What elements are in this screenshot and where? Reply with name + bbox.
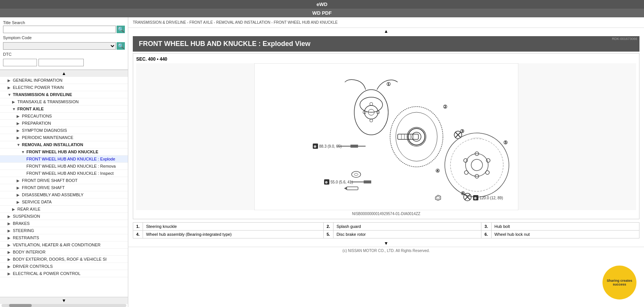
diagram-label: SEC. 400 • 440 [136, 57, 636, 62]
dtc-label: DTC [3, 52, 125, 57]
nav-item-label: RESTRAINTS [13, 235, 39, 240]
nav-item-label: BRAKES [13, 221, 30, 226]
sidebar-item[interactable]: ▶BRAKES [0, 220, 128, 227]
sidebar-item[interactable]: ▶ELECTRICAL & POWER CONTROL [0, 270, 128, 277]
nav-arrow: ▼ [21, 150, 25, 154]
sidebar-item[interactable]: ▶PRECAUTIONS [0, 113, 128, 120]
sidebar-item[interactable]: ▶BODY INTERIOR [0, 249, 128, 256]
sidebar-item[interactable]: ▶VENTILATION, HEATER & AIR CONDITIONER [0, 241, 128, 249]
nav-item-label: PRECAUTIONS [22, 114, 52, 118]
dtc-input2[interactable] [38, 59, 84, 66]
sidebar-item[interactable]: ▶SERVICE DATA [0, 199, 128, 206]
nav-item-label: DRIVER CONTROLS [13, 264, 53, 269]
sidebar-item[interactable]: ▶PERIODIC MAINTENANCE [0, 134, 128, 141]
sidebar-item[interactable]: ▶GENERAL INFORMATION [0, 77, 128, 84]
nav-arrow: ▶ [17, 136, 20, 140]
sidebar-item[interactable]: ▶RESTRAINTS [0, 234, 128, 241]
sidebar-scrollbar-thumb [9, 304, 32, 307]
svg-text:⊕: ⊕ [474, 196, 477, 200]
sidebar-item[interactable]: ▼REMOVAL AND INSTALLATION [0, 141, 128, 148]
nav-arrow: ▶ [17, 128, 20, 133]
sidebar-item[interactable]: ▶DRIVER CONTROLS [0, 263, 128, 270]
dtc-input1[interactable] [3, 59, 37, 66]
wd-pdf-bar[interactable]: WD PDF [0, 9, 644, 17]
part-number: 4. [133, 231, 143, 238]
svg-text:①: ① [386, 81, 391, 87]
nav-arrow: ▶ [8, 86, 11, 90]
nav-item-label: FRONT WHEEL HUB AND KNUCKLE : Remova [26, 164, 116, 168]
watermark: Sharing creates success [603, 266, 636, 299]
nav-arrow: ▶ [17, 179, 20, 183]
sidebar-item[interactable]: FRONT WHEEL HUB AND KNUCKLE : Explode [0, 156, 128, 163]
symptom-code-select[interactable] [3, 42, 116, 50]
sidebar-item[interactable]: ▶DISASSEMBLY AND ASSEMBLY [0, 191, 128, 199]
sidebar-item[interactable]: ▶SUSPENSION [0, 213, 128, 220]
table-row: 1.Steering knuckle2.Splash guard3.Hub bo… [133, 223, 639, 231]
sidebar-search-panel: Title Search 🔍 Symptom Code 🔍 DTC [0, 17, 128, 70]
nav-item-label: SYMPTOM DIAGNOSIS [22, 128, 67, 133]
nav-item-label: STEERING [13, 228, 34, 233]
nav-arrow: ▶ [8, 229, 11, 233]
nav-item-label: SERVICE DATA [22, 200, 52, 204]
nav-item-label: TRANSMISSION & DRIVELINE [13, 92, 72, 97]
nav-item-label: SUSPENSION [13, 214, 40, 218]
sidebar-scroll-down[interactable]: ▼ [0, 297, 128, 304]
nav-arrow: ▶ [8, 257, 11, 261]
content-scroll-up[interactable]: ▲ [128, 28, 644, 35]
sidebar-item[interactable]: ▶SYMPTOM DIAGNOSIS [0, 127, 128, 134]
svg-text:⊕: ⊕ [314, 145, 317, 148]
nav-item-label: PERIODIC MAINTENANCE [22, 135, 73, 140]
svg-text:②: ② [443, 104, 447, 110]
nav-item-label: FRONT AXLE [17, 107, 44, 111]
ref-id: RDK-001673066 [610, 36, 639, 41]
sidebar-item[interactable]: ▶FRONT DRIVE SHAFT BOOT [0, 177, 128, 184]
nav-item-label: FRONT DRIVE SHAFT BOOT [22, 178, 78, 183]
nav-item-label: ELECTRIC POWER TRAIN [13, 85, 64, 90]
content-scroll-down[interactable]: ▼ [128, 240, 644, 247]
nav-arrow: ▶ [8, 236, 11, 240]
sidebar-item[interactable]: ▼TRANSMISSION & DRIVELINE [0, 91, 128, 98]
svg-rect-28 [364, 180, 371, 183]
sidebar-item[interactable]: ▼FRONT WHEEL HUB AND KNUCKLE [0, 148, 128, 156]
nav-arrow: ▼ [8, 93, 11, 97]
nav-item-label: DISASSEMBLY AND ASSEMBLY [22, 192, 83, 197]
sidebar-item[interactable]: ▶ELECTRIC POWER TRAIN [0, 84, 128, 91]
part-number: 6. [481, 231, 491, 238]
part-number: 1. [133, 223, 143, 231]
sidebar-item[interactable]: ▶BODY EXTERIOR, DOORS, ROOF & VEHICLE SI [0, 256, 128, 263]
nav-arrow: ▶ [8, 243, 11, 247]
sidebar-item[interactable]: ▶FRONT DRIVE SHAFT [0, 184, 128, 191]
sidebar-item[interactable]: ▶STEERING [0, 227, 128, 234]
title-search-button[interactable]: 🔍 [117, 26, 125, 33]
section-title: FRONT WHEEL HUB AND KNUCKLE : Exploded V… [133, 36, 639, 52]
ewd-bar[interactable]: eWD [0, 0, 644, 9]
sidebar-item[interactable]: ▼FRONT AXLE [0, 105, 128, 113]
nav-item-label: GENERAL INFORMATION [13, 78, 62, 82]
breadcrumb: TRANSMISSION & DRIVELINE - FRONT AXLE - … [128, 17, 644, 28]
part-label: Wheel hub assembly (Bearing-integrated t… [143, 231, 324, 238]
diagram-image: ① ⊕ 88.3 (9.0, 65) [136, 63, 636, 210]
part-label: Steering knuckle [143, 223, 324, 231]
footer: (c) NISSAN MOTOR CO., LTD. All Rights Re… [128, 247, 644, 254]
nav-arrow: ▶ [12, 207, 16, 211]
nav-item-label: REMOVAL AND INSTALLATION [22, 142, 83, 147]
svg-text:55.0 (5.6, 41): 55.0 (5.6, 41) [330, 180, 353, 184]
nav-item-label: BODY EXTERIOR, DOORS, ROOF & VEHICLE SI [13, 257, 107, 261]
sidebar-item[interactable]: ▶REAR AXLE [0, 206, 128, 213]
sidebar-item[interactable]: ▶PREPARATION [0, 120, 128, 127]
nav-arrow: ▼ [12, 107, 16, 111]
part-label: Hub bolt [491, 223, 639, 231]
sidebar-item[interactable]: ▶TRANSAXLE & TRANSMISSION [0, 98, 128, 105]
nav-item-label: PREPARATION [22, 121, 51, 125]
symptom-search-button[interactable]: 🔍 [117, 42, 125, 50]
nav-item-label: FRONT DRIVE SHAFT [22, 185, 65, 190]
svg-text:③: ③ [460, 128, 464, 134]
main-content: TRANSMISSION & DRIVELINE - FRONT AXLE - … [128, 17, 644, 307]
sidebar-scroll-up[interactable]: ▲ [0, 70, 128, 77]
title-search-input[interactable] [3, 26, 116, 33]
sidebar-item[interactable]: FRONT WHEEL HUB AND KNUCKLE : Inspect [0, 170, 128, 177]
sidebar-scrollbar [2, 304, 126, 307]
nav-arrow: ▶ [17, 114, 20, 118]
nav-arrow: ▶ [8, 78, 11, 82]
sidebar-item[interactable]: FRONT WHEEL HUB AND KNUCKLE : Remova [0, 163, 128, 170]
